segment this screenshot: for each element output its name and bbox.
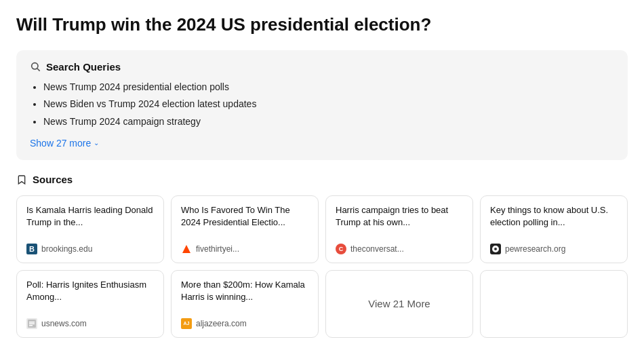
source-card-1[interactable]: Is Kamala Harris leading Donald Trump in… xyxy=(16,195,164,263)
favicon-pewresearch xyxy=(490,244,501,254)
source-card-2[interactable]: Who Is Favored To Win The 2024 President… xyxy=(171,195,319,263)
sources-header: Sources xyxy=(16,174,628,186)
query-item-2: News Biden vs Trump 2024 election latest… xyxy=(43,98,614,111)
sources-title: Sources xyxy=(33,174,73,185)
source-card-2-domain-row: fivethirtyei... xyxy=(181,244,308,254)
sources-section: Sources Is Kamala Harris leading Donald … xyxy=(16,174,628,338)
svg-line-1 xyxy=(37,69,40,71)
source-card-4-title: Key things to know about U.S. election p… xyxy=(490,204,618,229)
source-card-6-title: More than $200m: How Kamala Harris is wi… xyxy=(181,279,308,303)
source-card-4-domain: pewresearch.org xyxy=(505,244,565,254)
source-card-6[interactable]: More than $200m: How Kamala Harris is wi… xyxy=(171,270,319,338)
source-card-3[interactable]: Harris campaign tries to beat Trump at h… xyxy=(325,195,473,263)
favicon-usnews xyxy=(26,318,37,329)
source-card-1-domain-row: B brookings.edu xyxy=(26,244,154,254)
show-more-link[interactable]: Show 27 more ⌄ xyxy=(30,138,99,149)
svg-rect-7 xyxy=(29,323,35,324)
search-icon xyxy=(30,61,41,72)
source-card-1-title: Is Kamala Harris leading Donald Trump in… xyxy=(26,204,154,229)
source-card-5[interactable]: Poll: Harris Ignites Enthusiasm Among...… xyxy=(16,270,164,338)
source-card-3-domain-row: C theconversat... xyxy=(336,244,463,254)
source-card-4[interactable]: Key things to know about U.S. election p… xyxy=(480,195,628,263)
source-card-3-title: Harris campaign tries to beat Trump at h… xyxy=(336,204,463,229)
source-card-3-domain: theconversat... xyxy=(350,244,404,254)
source-card-5-domain: usnews.com xyxy=(41,319,87,328)
favicon-fivethirtyeight xyxy=(181,244,192,254)
chevron-down-icon: ⌄ xyxy=(94,139,99,147)
empty-card xyxy=(480,270,628,338)
source-card-5-domain-row: usnews.com xyxy=(26,318,154,329)
source-card-6-domain-row: AJ aljazeera.com xyxy=(181,318,308,329)
query-list: News Trump 2024 presidential election po… xyxy=(30,81,614,129)
view-more-card[interactable]: View 21 More xyxy=(325,270,473,338)
source-card-5-title: Poll: Harris Ignites Enthusiasm Among... xyxy=(26,279,154,303)
favicon-aljazeera: AJ xyxy=(181,318,192,329)
svg-rect-8 xyxy=(29,325,33,326)
svg-point-0 xyxy=(32,63,38,69)
sources-grid: Is Kamala Harris leading Donald Trump in… xyxy=(16,195,628,338)
view-more-text: View 21 More xyxy=(368,298,430,309)
query-item-3: News Trump 2024 campaign strategy xyxy=(43,115,614,129)
search-queries-section: Search Queries News Trump 2024 president… xyxy=(16,50,628,160)
search-queries-title: Search Queries xyxy=(46,61,121,73)
source-card-2-title: Who Is Favored To Win The 2024 President… xyxy=(181,204,308,229)
source-card-4-domain-row: pewresearch.org xyxy=(490,244,618,254)
page-title: Will Trump win the 2024 US presidential … xyxy=(16,14,628,37)
bookmark-icon xyxy=(16,174,27,186)
svg-rect-6 xyxy=(29,322,35,323)
source-card-6-domain: aljazeera.com xyxy=(196,319,247,328)
favicon-theconversation: C xyxy=(336,244,346,254)
source-card-1-domain: brookings.edu xyxy=(41,244,92,254)
favicon-brookings: B xyxy=(26,244,37,254)
svg-marker-2 xyxy=(182,245,190,253)
svg-point-4 xyxy=(494,248,497,250)
search-queries-header: Search Queries xyxy=(30,61,614,73)
source-card-2-domain: fivethirtyei... xyxy=(196,244,239,254)
query-item-1: News Trump 2024 presidential election po… xyxy=(43,81,614,94)
